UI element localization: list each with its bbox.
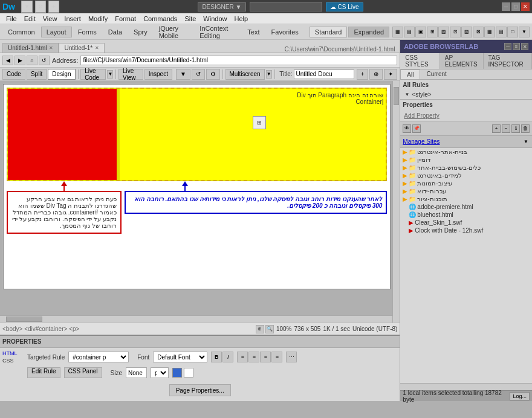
scroll-thumb-v[interactable] [394, 87, 399, 105]
insert-icon-11[interactable]: □ [507, 27, 518, 37]
insert-icon-4[interactable]: ⊞ [427, 27, 438, 37]
tab-common[interactable]: Common [2, 27, 41, 37]
cs-live-btn[interactable]: ☁ CS Live [326, 2, 363, 11]
tag-inspector-tab[interactable]: TAG INSPECTOR [484, 53, 532, 69]
file-item-bluehost[interactable]: 🌐 bluehost.html [400, 211, 532, 219]
all-subtab[interactable]: All [400, 69, 420, 79]
nav-forward-btn[interactable]: ▶ [15, 56, 25, 65]
global-btn[interactable]: ⊕ [369, 69, 383, 80]
css-panel-btn[interactable]: CSS Panel [64, 367, 102, 378]
css-btn[interactable]: CSS [2, 358, 24, 364]
insert-icon-6[interactable]: ⊡ [450, 27, 461, 37]
size-input[interactable] [126, 367, 147, 378]
bg-color-swatch[interactable] [184, 368, 193, 378]
menu-window[interactable]: Window [199, 14, 230, 24]
tab-close-1[interactable]: ✕ [49, 45, 53, 51]
tab-close-2[interactable]: ✕ [95, 45, 99, 51]
tab-forms[interactable]: Forms [73, 27, 102, 37]
tab-incontext-editing[interactable]: InContext Editing [194, 23, 241, 41]
tab-spry[interactable]: Spry [128, 27, 153, 37]
preferences-btn[interactable]: ⚙ [35, 1, 46, 13]
multiscreen-btn[interactable]: Multiscreen [225, 69, 265, 80]
code-view-btn[interactable]: Code [2, 69, 25, 80]
status-icon-1[interactable]: ⊕ [256, 325, 264, 333]
menu-edit[interactable]: Edit [21, 14, 39, 24]
tab-untitled1[interactable]: Untitled-1.html ✕ [2, 43, 59, 53]
settings-view-btn[interactable]: ⚙ [206, 69, 220, 80]
live-code-arrow-btn[interactable]: ▼ [107, 70, 113, 79]
ap-elements-tab[interactable]: AP ELEMENTS [440, 53, 484, 69]
panel-icon-pin[interactable]: 📌 [412, 124, 421, 133]
more-align-btn[interactable]: ⋯ [286, 352, 297, 362]
align-right-btn[interactable]: ≡ [260, 352, 271, 362]
insert-icon-1[interactable]: ▦ [392, 27, 403, 37]
design-canvas[interactable]: שורה זה הינה Paragraph תוך Div|Container… [3, 84, 391, 289]
live-view-btn[interactable]: Live View [118, 69, 143, 80]
nav-back-btn[interactable]: ◀ [2, 56, 13, 65]
file-item-tools[interactable]: ▶ 📁 כלים-בשימוש-בביית-אתר [400, 164, 532, 172]
italic-btn[interactable]: I [222, 352, 233, 362]
file-tree-expand-btn[interactable]: ▼ [522, 138, 530, 146]
tab-favorites[interactable]: Favorites [266, 27, 304, 37]
panel-icon-eye[interactable]: 👁 [403, 124, 411, 133]
add-property-link[interactable]: Add Property [404, 112, 439, 119]
menu-commands[interactable]: Commands [140, 14, 181, 24]
tab-untitled1-star[interactable]: Untitled-1* ✕ [59, 43, 105, 53]
add-title-btn[interactable]: + [357, 69, 369, 80]
tab-text[interactable]: Text [242, 27, 265, 37]
close-btn[interactable]: ✕ [521, 2, 530, 11]
file-item-design[interactable]: ▶ 📁 עיצוב-תמונות [400, 179, 532, 187]
split-view-btn[interactable]: Split [27, 69, 47, 80]
insert-icon-3[interactable]: ▣ [415, 27, 426, 37]
edit-rule-btn[interactable]: Edit Rule [27, 367, 60, 378]
minimize-btn[interactable]: ─ [502, 2, 510, 11]
font-select[interactable]: Default Font [153, 352, 207, 362]
current-subtab[interactable]: Current [420, 69, 452, 79]
size-unit-select[interactable]: px [151, 367, 169, 378]
tab-layout[interactable]: Layout [41, 27, 72, 37]
panel-expand-btn[interactable]: ≡ [513, 43, 520, 50]
inspect-btn[interactable]: Inspect [144, 69, 172, 80]
nav-home-btn[interactable]: ⌂ [27, 56, 37, 65]
tab-data[interactable]: Data [103, 27, 128, 37]
bold-btn[interactable]: B [211, 352, 222, 362]
file-item-domain[interactable]: ▶ 📁 דומיין [400, 156, 532, 164]
insert-icon-2[interactable]: ▤ [404, 27, 415, 37]
menu-file[interactable]: File [2, 14, 21, 24]
panel-icon-trash[interactable]: 🗑 [521, 124, 530, 133]
app-menu-btn[interactable]: ▼ [21, 1, 33, 13]
tab-jquery-mobile[interactable]: jQuery Mobile [154, 23, 194, 41]
insert-icon-9[interactable]: ▦ [484, 27, 495, 37]
status-icon-2[interactable]: 🔍 [265, 325, 274, 333]
style-rule-item[interactable]: ▼ <style> [400, 90, 532, 99]
address-input[interactable] [80, 56, 397, 65]
multiscreen-arrow-btn[interactable]: ▼ [266, 70, 272, 79]
refresh-btn[interactable]: ↺ [192, 69, 205, 80]
maximize-btn[interactable]: □ [511, 2, 520, 11]
page-properties-btn[interactable]: Page Properties... [169, 384, 231, 396]
menu-format[interactable]: Format [111, 14, 140, 24]
inspect-arrow-btn[interactable]: ▼ [176, 69, 190, 80]
menu-view[interactable]: View [39, 14, 61, 24]
panel-icon-add[interactable]: + [492, 124, 501, 133]
file-item-clear-skin[interactable]: ▶ Clear_Skin_1.swf [400, 219, 532, 227]
file-item-premiere[interactable]: 🌐 adobe-premiere.html [400, 203, 532, 211]
file-item-rkot[interactable]: ▶ 📁 עכרות-ידוא [400, 187, 532, 195]
log-btn[interactable]: Log... [510, 392, 530, 400]
standard-tab[interactable]: Standard [310, 27, 348, 37]
designer-btn[interactable]: DESIGNER ▼ [198, 2, 245, 11]
insert-icon-10[interactable]: ▤ [496, 27, 507, 37]
panel-minimize-btn[interactable]: ─ [504, 43, 511, 50]
align-center-btn[interactable]: ≡ [248, 352, 259, 362]
expanded-tab[interactable]: Expanded [348, 27, 389, 37]
file-item-learn[interactable]: ▶ 📁 למידים-באינטרנט [400, 172, 532, 179]
design-view-btn[interactable]: Design [48, 69, 75, 80]
html-btn[interactable]: HTML [2, 350, 24, 356]
menu-insert[interactable]: Insert [60, 14, 85, 24]
scroll-thumb-h[interactable] [6, 317, 42, 322]
scrollbar-vertical[interactable] [392, 81, 400, 323]
more-title-btn[interactable]: ✦ [384, 69, 397, 80]
manage-sites-link[interactable]: Manage Sites [403, 138, 440, 145]
insert-icon-12[interactable]: ▼ [519, 27, 530, 37]
file-item-software[interactable]: ▶ 📁 תוכנות-ציור [400, 195, 532, 203]
